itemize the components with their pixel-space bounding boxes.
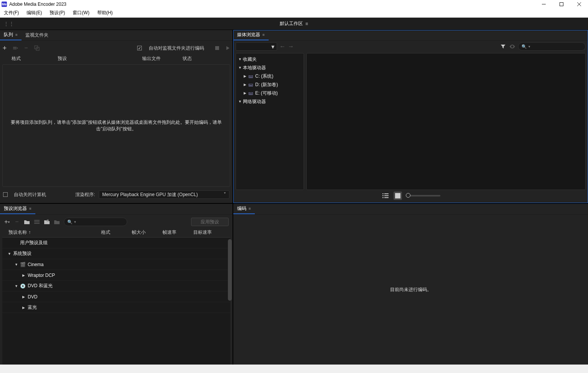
auto-shutdown-label: 自动关闭计算机 xyxy=(14,191,46,198)
svg-rect-7 xyxy=(384,195,389,196)
preset-row[interactable]: 用户预设及组 xyxy=(2,238,230,248)
col-format[interactable]: 格式 xyxy=(101,229,132,236)
minimize-button[interactable] xyxy=(535,0,553,8)
scrollbar[interactable] xyxy=(228,239,232,301)
preset-list[interactable]: 用户预设及组▼系统预设▼🎬Cinema▶Wraptor DCP▼💿DVD 和蓝光… xyxy=(2,237,230,365)
renderer-select[interactable]: Mercury Playback Engine GPU 加速 (OpenCL) … xyxy=(99,190,229,199)
zoom-handle[interactable] xyxy=(406,193,410,198)
col-preset: 预设 xyxy=(58,55,142,62)
encoding-idle-text: 目前尚未进行编码。 xyxy=(390,286,432,293)
preset-search-input[interactable]: 🔍 ▾ xyxy=(64,218,127,226)
panel-grip-icon[interactable]: ⋮⋮ xyxy=(4,21,15,27)
twist-icon[interactable]: ▼ xyxy=(15,263,20,266)
col-framerate[interactable]: 帧速率 xyxy=(163,229,193,236)
drive-icon: 🖴 xyxy=(248,82,254,87)
import-preset-button[interactable] xyxy=(44,219,50,225)
twist-icon[interactable]: ▶ xyxy=(22,306,28,310)
preset-row[interactable]: ▶蓝光 xyxy=(2,302,230,313)
drive-icon: 🖴 xyxy=(248,90,254,96)
tab-media-browser[interactable]: 媒体浏览器 ≡ xyxy=(233,30,269,40)
auto-shutdown-checkbox[interactable] xyxy=(3,192,8,197)
twist-icon[interactable]: ▶ xyxy=(22,295,28,299)
col-preset-name[interactable]: 预设名称↑ xyxy=(8,229,101,236)
preset-row[interactable]: ▼系统预设 xyxy=(2,248,230,259)
tree-favorites[interactable]: ▼收藏夹 xyxy=(236,55,304,63)
preset-row-label: 用户预设及组 xyxy=(20,240,48,246)
media-search-input[interactable]: 🔍 ▾ xyxy=(518,42,586,51)
preset-row-label: DVD xyxy=(28,294,37,300)
svg-rect-8 xyxy=(382,197,384,198)
menu-file[interactable]: 文件(F) xyxy=(0,8,23,17)
preset-row[interactable]: ▼💿DVD 和蓝光 xyxy=(2,281,230,291)
workspace-bar: ⋮⋮ 默认工作区 ≡ xyxy=(0,18,588,30)
maximize-button[interactable] xyxy=(553,0,570,8)
menu-preset[interactable]: 预设(P) xyxy=(46,8,69,17)
apply-preset-button[interactable]: 应用预设 xyxy=(191,218,229,226)
tab-label: 预设浏览器 xyxy=(4,205,27,212)
nav-back-icon[interactable]: ← xyxy=(279,43,286,50)
eye-icon[interactable] xyxy=(509,43,516,50)
col-bitrate[interactable]: 目标速率 xyxy=(193,229,224,236)
tree-drive-d[interactable]: ▶🖴D: (新加卷) xyxy=(236,80,304,89)
svg-rect-9 xyxy=(384,197,389,198)
new-group-button[interactable] xyxy=(24,219,30,225)
tab-preset-browser[interactable]: 预设浏览器 ≡ xyxy=(0,204,35,214)
twist-icon[interactable]: ▼ xyxy=(8,252,13,256)
app-title: Adobe Media Encoder 2023 xyxy=(9,2,66,7)
workspace-label[interactable]: 默认工作区 xyxy=(280,20,303,27)
tab-queue[interactable]: 队列 ≡ xyxy=(0,30,22,40)
tree-network-drives[interactable]: ▼网络驱动器 xyxy=(236,97,304,106)
preset-row[interactable]: ▶DVD xyxy=(2,291,230,302)
tree-drive-c[interactable]: ▶🖴C: (系统) xyxy=(236,72,304,80)
svg-rect-6 xyxy=(382,195,384,196)
col-output: 输出文件 xyxy=(142,55,183,62)
duplicate-button[interactable] xyxy=(34,45,40,51)
svg-rect-12 xyxy=(13,48,17,49)
panel-menu-icon[interactable]: ≡ xyxy=(249,206,251,211)
drive-icon: 🖴 xyxy=(248,73,254,79)
preset-settings-button[interactable] xyxy=(34,219,40,225)
filter-icon[interactable] xyxy=(500,43,507,50)
list-view-icon[interactable] xyxy=(381,191,390,200)
auto-encode-checkbox[interactable] xyxy=(137,46,142,50)
preset-row[interactable]: ▼🎬Cinema xyxy=(2,259,230,270)
auto-encode-label: 自动对监视文件夹进行编码 xyxy=(149,45,204,52)
delete-preset-button[interactable]: − xyxy=(14,219,20,225)
menu-help[interactable]: 帮助(H) xyxy=(93,8,117,17)
tree-local-drives[interactable]: ▼本地驱动器 xyxy=(236,63,304,72)
twist-icon[interactable]: ▶ xyxy=(22,273,28,277)
add-source-button[interactable]: + xyxy=(2,45,8,51)
col-framesize[interactable]: 帧大小 xyxy=(132,229,163,236)
close-button[interactable] xyxy=(570,0,588,8)
add-output-button[interactable] xyxy=(12,45,18,51)
menu-window[interactable]: 窗口(W) xyxy=(69,8,93,17)
export-preset-button[interactable] xyxy=(54,219,60,225)
queue-dropzone[interactable]: 要将项目添加到队列，请单击"添加源"按钮或者从媒体浏览器或桌面将文件拖到此处。要… xyxy=(2,64,230,187)
encoding-panel: 编码 ≡ 目前尚未进行编码。 xyxy=(233,204,588,365)
preset-row[interactable]: ▶Wraptor DCP xyxy=(2,270,230,281)
thumbnail-view-icon[interactable] xyxy=(394,191,402,200)
remove-button[interactable]: − xyxy=(23,45,29,51)
menu-edit[interactable]: 编辑(E) xyxy=(23,8,46,17)
tab-label: 监视文件夹 xyxy=(25,32,48,38)
workspace-menu-icon[interactable]: ≡ xyxy=(305,21,308,27)
stop-queue-button[interactable] xyxy=(214,45,220,51)
twist-icon[interactable]: ▼ xyxy=(15,284,20,288)
tab-encoding[interactable]: 编码 ≡ xyxy=(233,204,255,214)
path-dropdown[interactable]: ▾ xyxy=(236,42,277,51)
media-tree[interactable]: ▼收藏夹 ▼本地驱动器 ▶🖴C: (系统) ▶🖴D: (新加卷) ▶🖴E: (可… xyxy=(236,53,304,190)
panel-menu-icon[interactable]: ≡ xyxy=(29,206,32,211)
zoom-slider[interactable] xyxy=(406,195,440,196)
panel-menu-icon[interactable]: ≡ xyxy=(262,33,265,37)
svg-rect-10 xyxy=(395,193,400,198)
panel-menu-icon[interactable]: ≡ xyxy=(15,33,18,37)
start-queue-button[interactable] xyxy=(225,45,231,51)
nav-forward-icon[interactable]: → xyxy=(288,43,294,50)
renderer-value: Mercury Playback Engine GPU 加速 (OpenCL) xyxy=(102,191,198,198)
preset-row-label: Cinema xyxy=(28,262,43,267)
tab-watch-folders[interactable]: 监视文件夹 xyxy=(22,30,52,40)
app-icon: Me xyxy=(2,2,7,7)
new-preset-button[interactable]: +▾ xyxy=(4,219,10,225)
media-thumbnail-area[interactable] xyxy=(306,53,586,190)
tree-drive-e[interactable]: ▶🖴E: (可移动) xyxy=(236,89,304,97)
